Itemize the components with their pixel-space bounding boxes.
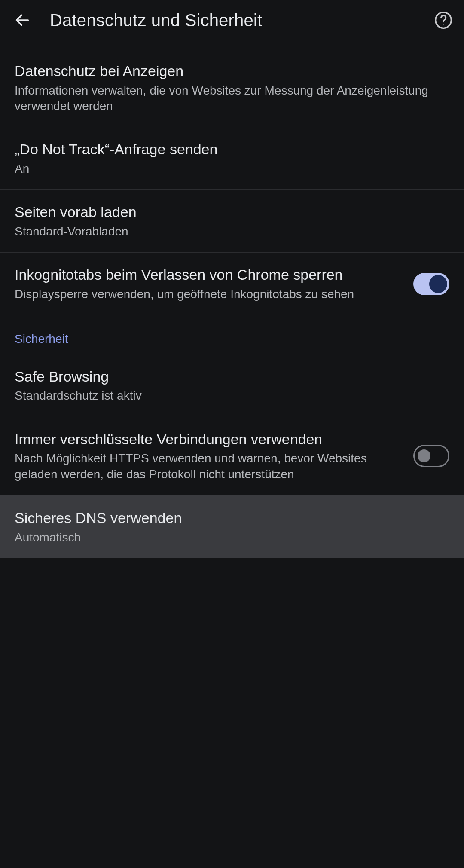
- page-title: Datenschutz und Sicherheit: [50, 11, 416, 30]
- row-sub: Standard-Vorabladen: [15, 224, 439, 239]
- settings-list: Datenschutz bei Anzeigen Informationen v…: [0, 40, 464, 558]
- row-sub: Nach Möglichkeit HTTPS verwenden und war…: [15, 451, 403, 482]
- row-https[interactable]: Immer verschlüsselte Verbindungen verwen…: [0, 417, 464, 495]
- row-do-not-track[interactable]: „Do Not Track“-Anfrage senden An: [0, 127, 464, 190]
- row-lock-incognito[interactable]: Inkognitotabs beim Verlassen von Chrome …: [0, 253, 464, 315]
- help-button[interactable]: [433, 10, 454, 31]
- row-text: „Do Not Track“-Anfrage senden An: [15, 140, 449, 177]
- row-title: Datenschutz bei Anzeigen: [15, 62, 439, 80]
- row-text: Datenschutz bei Anzeigen Informationen v…: [15, 62, 449, 114]
- row-secure-dns[interactable]: Sicheres DNS verwenden Automatisch: [0, 495, 464, 558]
- help-icon: [434, 11, 453, 30]
- svg-point-2: [443, 24, 444, 24]
- toggle-lock-incognito[interactable]: [413, 273, 449, 295]
- row-sub: Standardschutz ist aktiv: [15, 388, 439, 403]
- row-title: Seiten vorab laden: [15, 203, 439, 221]
- row-title: Inkognitotabs beim Verlassen von Chrome …: [15, 266, 403, 284]
- toggle-https[interactable]: [413, 445, 449, 467]
- row-text: Immer verschlüsselte Verbindungen verwen…: [15, 430, 413, 482]
- row-sub: Displaysperre verwenden, um geöffnete In…: [15, 287, 403, 302]
- row-title: Sicheres DNS verwenden: [15, 509, 439, 527]
- app-header: Datenschutz und Sicherheit: [0, 0, 464, 40]
- row-text: Inkognitotabs beim Verlassen von Chrome …: [15, 266, 413, 302]
- row-title: Safe Browsing: [15, 367, 439, 386]
- row-text: Seiten vorab laden Standard-Vorabladen: [15, 203, 449, 239]
- row-title: Immer verschlüsselte Verbindungen verwen…: [15, 430, 403, 449]
- row-preload[interactable]: Seiten vorab laden Standard-Vorabladen: [0, 190, 464, 253]
- back-button[interactable]: [12, 10, 33, 31]
- row-sub: An: [15, 161, 439, 177]
- section-header-security: Sicherheit: [0, 315, 464, 355]
- row-sub: Informationen verwalten, die von Website…: [15, 83, 439, 114]
- row-sub: Automatisch: [15, 530, 439, 545]
- toggle-thumb: [429, 275, 447, 293]
- row-text: Safe Browsing Standardschutz ist aktiv: [15, 367, 449, 404]
- arrow-left-icon: [14, 12, 31, 29]
- row-ad-privacy[interactable]: Datenschutz bei Anzeigen Informationen v…: [0, 40, 464, 127]
- row-safe-browsing[interactable]: Safe Browsing Standardschutz ist aktiv: [0, 355, 464, 417]
- row-text: Sicheres DNS verwenden Automatisch: [15, 509, 449, 545]
- row-title: „Do Not Track“-Anfrage senden: [15, 140, 439, 159]
